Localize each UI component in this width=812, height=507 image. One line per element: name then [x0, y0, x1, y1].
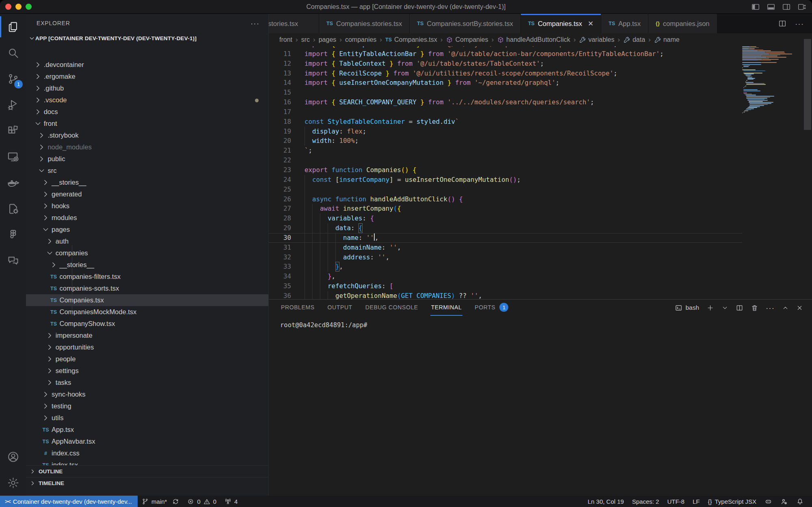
code-line-22[interactable]: 22	[269, 155, 742, 165]
terminal-dropdown-icon[interactable]	[721, 304, 728, 311]
tree-folder-hooks[interactable]: hooks	[26, 200, 268, 212]
tree-folder-.devcontainer[interactable]: .devcontainer	[26, 59, 268, 71]
minimize-window-button[interactable]	[15, 4, 22, 10]
tree-folder-.storybook[interactable]: .storybook	[26, 129, 268, 141]
tab-Companies.tsx[interactable]: TSCompanies.tsx✕	[521, 14, 601, 33]
tree-folder-generated[interactable]: generated	[26, 188, 268, 200]
tree-file-CompaniesMockMode.tsx[interactable]: TSCompaniesMockMode.tsx	[26, 306, 268, 318]
terminal-instance-label[interactable]: bash	[675, 304, 699, 312]
language-mode[interactable]: {} TypeScript JSX	[704, 496, 760, 507]
tree-folder-docs[interactable]: docs	[26, 106, 268, 118]
panel-tab-ports[interactable]: PORTS1	[474, 300, 509, 316]
layout-customize-icon[interactable]	[797, 2, 806, 11]
activity-extensions[interactable]	[0, 118, 26, 144]
tree-folder-opportunities[interactable]: opportunities	[26, 341, 268, 353]
breadcrumb-companies[interactable]: companies	[345, 36, 376, 43]
tab-companies.json[interactable]: {}companies.json	[648, 14, 717, 33]
breadcrumb-data[interactable]: data	[623, 36, 645, 43]
tree-folder-src[interactable]: src	[26, 165, 268, 177]
code-line-32[interactable]: 32address: '',	[269, 252, 742, 262]
tree-file-companies-filters.tsx[interactable]: TScompanies-filters.tsx	[26, 271, 268, 283]
breadcrumb-pages[interactable]: pages	[319, 36, 337, 43]
activity-figma[interactable]	[0, 222, 26, 248]
tree-file-index.css[interactable]: #index.css	[26, 447, 268, 459]
eol-status[interactable]: LF	[689, 496, 704, 507]
minimap[interactable]	[742, 46, 803, 299]
cursor-position[interactable]: Ln 30, Col 19	[583, 496, 628, 507]
explorer-more-actions-icon[interactable]: ···	[251, 19, 259, 27]
kill-terminal-icon[interactable]	[751, 304, 758, 312]
breadcrumb-Companies[interactable]: Companies	[446, 36, 488, 43]
code-line-20[interactable]: 20width: 100%;	[269, 136, 742, 146]
code-line-24[interactable]: 24const [insertCompany] = useInsertOneCo…	[269, 175, 742, 185]
tree-file-App.tsx[interactable]: TSApp.tsx	[26, 424, 268, 436]
tree-folder-.github[interactable]: .github	[26, 82, 268, 94]
title-bar[interactable]: Companies.tsx — app [Container dev-twent…	[0, 0, 812, 14]
editor-scrollbar[interactable]	[804, 39, 811, 130]
tree-folder-__stories__[interactable]: __stories__	[26, 177, 268, 188]
code-line-11[interactable]: 11import { EntityTableActionBar } from '…	[269, 49, 742, 59]
activity-comments[interactable]	[0, 248, 26, 274]
tree-folder-__stories__[interactable]: __stories__	[26, 259, 268, 271]
code-line-33[interactable]: 33},	[269, 262, 742, 272]
activity-container-file[interactable]	[0, 196, 26, 222]
tab-Companies.stories.tsx[interactable]: TSCompanies.stories.tsx	[319, 14, 410, 33]
breadcrumb-variables[interactable]: variables	[579, 36, 614, 43]
code-line-12[interactable]: 12import { TableContext } from '@/ui/tab…	[269, 59, 742, 69]
encoding-status[interactable]: UTF-8	[663, 496, 689, 507]
tree-folder-public[interactable]: public	[26, 153, 268, 165]
breadcrumb-name[interactable]: name	[654, 36, 680, 43]
indentation-status[interactable]: Spaces: 2	[628, 496, 663, 507]
tree-folder-impersonate[interactable]: impersonate	[26, 330, 268, 341]
code-line-27[interactable]: 27await insertCompany({	[269, 204, 742, 214]
code-line-10[interactable]: 10import { WithTopBarContainer } from '@…	[269, 46, 742, 49]
activity-debug[interactable]	[0, 92, 26, 118]
breadcrumb-handleAddButtonClick[interactable]: handleAddButtonClick	[497, 36, 570, 43]
close-tab-icon[interactable]: ✕	[588, 19, 594, 28]
tree-folder-tasks[interactable]: tasks	[26, 377, 268, 388]
panel-tab-terminal[interactable]: TERMINAL	[430, 300, 463, 316]
activity-files[interactable]	[0, 14, 26, 40]
code-line-35[interactable]: 35refetchQueries: [	[269, 281, 742, 291]
panel-more-actions-icon[interactable]: ···	[766, 304, 775, 312]
close-panel-icon[interactable]	[796, 304, 803, 311]
tree-folder-auth[interactable]: auth	[26, 235, 268, 247]
layout-sidebar-right-icon[interactable]	[782, 2, 791, 11]
sync-icon[interactable]	[172, 498, 179, 505]
code-line-26[interactable]: 26async function handleAddButtonClick() …	[269, 194, 742, 204]
workspace-section-header[interactable]: APP [CONTAINER DEV-TWENTY-DEV (DEV-TWENT…	[26, 32, 268, 44]
code-line-28[interactable]: 28variables: {	[269, 214, 742, 223]
code-line-34[interactable]: 34},	[269, 272, 742, 281]
breadcrumb-Companies.tsx[interactable]: TSCompanies.tsx	[385, 36, 437, 43]
tree-folder-companies[interactable]: companies	[26, 247, 268, 259]
tree-folder-.ergomake[interactable]: .ergomake	[26, 71, 268, 82]
zoom-window-button[interactable]	[26, 4, 32, 10]
tree-folder-settings[interactable]: settings	[26, 365, 268, 377]
ports-status[interactable]: 4	[220, 496, 242, 507]
tree-folder-.vscode[interactable]: .vscode	[26, 94, 268, 106]
code-line-29[interactable]: 29data: {	[269, 223, 742, 233]
activity-docker[interactable]	[0, 170, 26, 196]
notifications-bell[interactable]	[792, 496, 808, 507]
breadcrumb-src[interactable]: src	[301, 36, 310, 43]
layout-panel-icon[interactable]	[767, 2, 775, 11]
tree-folder-people[interactable]: people	[26, 353, 268, 365]
tree-file-Companies.tsx[interactable]: TSCompanies.tsx	[26, 294, 268, 306]
tree-folder-testing[interactable]: testing	[26, 400, 268, 412]
panel-tab-debug-console[interactable]: DEBUG CONSOLE	[365, 300, 419, 316]
layout-sidebar-left-icon[interactable]	[751, 2, 760, 11]
code-line-14[interactable]: 14import { useInsertOneCompanyMutation }…	[269, 78, 742, 88]
code-line-30[interactable]: 30name: '',	[269, 233, 742, 243]
outline-section[interactable]: OUTLINE	[26, 465, 268, 477]
code-line-17[interactable]: 17	[269, 107, 742, 117]
close-window-button[interactable]	[5, 4, 11, 10]
branch-status[interactable]: main*	[138, 496, 183, 507]
split-terminal-icon[interactable]	[736, 304, 743, 312]
tree-folder-pages[interactable]: pages	[26, 224, 268, 235]
activity-source-control[interactable]: 1	[0, 66, 26, 92]
activity-account[interactable]	[0, 444, 26, 470]
copilot-status[interactable]	[760, 496, 776, 507]
panel-tab-problems[interactable]: PROBLEMS	[280, 300, 315, 316]
code-line-15[interactable]: 15	[269, 88, 742, 97]
tab-Companies.sortBy.stories.tsx[interactable]: TSCompanies.sortBy.stories.tsx	[410, 14, 520, 33]
